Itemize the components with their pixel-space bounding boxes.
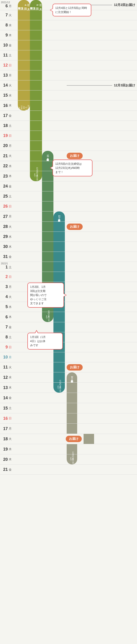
row-jan16: 16日 [0,414,137,424]
row-dec11: 11土 [0,50,137,60]
row-jan15: 15土 [0,403,137,414]
row-dec15: 15水 [0,90,137,100]
row-dec29: 29水 [0,232,137,242]
row-dec10: 10金 [0,40,137,50]
row-dec17: 17金 [0,111,137,121]
jan28-delivery-badge: お届け [67,224,83,230]
dec4-col-label: 12月4回注文期間 [18,4,30,6]
content-dec6: 12月2回お届け [65,0,137,10]
date-num: 7 [1,13,8,18]
row-jan20: 20木 1/20(木)AM2:00まで [0,454,137,465]
calendar-container: 2021/12 6 月 12月4回注文期間 12月5回注文期間 [0,0,137,475]
dec2-delivery-label: 12月2回お届け [114,3,135,7]
row-jan12: 12水 1月4回注文期間 [0,372,137,382]
row-jan18: 18火 お届け [0,434,137,444]
row-jan2: 2日 [0,272,137,282]
row-jan3: 3月 [0,282,137,292]
day-dec6: 月 [9,4,12,8]
col-jan3-header [53,0,65,10]
dec3-delivery-label: 12月3回お届け [114,84,135,88]
date-dec6: 6 [1,4,8,8]
row-dec25: 25土 [0,192,137,202]
jan21-delivery-badge: お届け [67,153,83,159]
row-jan19: 19水 [0,444,137,454]
col-dec4-header: 12月4回注文期間 [18,0,30,10]
row-jan11: 11火 お届け [0,362,137,372]
row-dec31: 31金 [0,252,137,262]
jan110-delivery-badge: お届け [67,364,83,370]
dec4-cutoff-label: 12/16(木)AM2:00まで [18,105,30,110]
row-jan1: 2022/1 1土 [0,262,137,272]
calendar-table: 2021/12 6 月 12月4回注文期間 12月5回注文期間 [0,0,137,475]
row-dec7: 7火 [0,10,137,20]
row-dec27: 27月 1月3回注文期間 [0,212,137,222]
row-dec20: 20月 [0,141,137,151]
row-jan5: 5水 [0,302,137,312]
row-dec18: 18土 [0,121,137,131]
col-jan2-header [42,0,53,10]
jan3-cutoff-label: 1/13(木)AM2:00まで [57,380,61,392]
row-jan10: 10月 [0,352,137,362]
year-month-label-2022: 2022/1 [1,262,17,265]
row-dec9: 9木 [0,30,137,40]
year-month-label-2021: 2021/12 [1,1,17,4]
row-jan21: 21金 [0,465,137,475]
row-jan6: 6木 1/6(木)AM2:00まで [0,312,137,322]
row-dec13: 13月 [0,70,137,80]
row-dec8: 8水 [0,20,137,30]
row-jan14: 14金 [0,393,137,403]
jan2-cutoff-label: 1/6(木)AM2:00まで [45,310,50,322]
row-jan7: 7金 [0,322,137,332]
row-dec28: 28火 お届け [0,222,137,232]
dec5-cutoff-label: 12/23(木)AM2:00まで [34,167,38,181]
jan4-cutoff-label: 1/20(木)AM2:00まで [70,452,74,464]
row-dec19: 19日 [0,131,137,141]
row-jan9: 9日 [0,342,137,352]
row-jan17: 17月 [0,424,137,434]
row-dec22: 22水 [0,161,137,171]
row-dec21: 21火 1月2回注文期間 お届け [0,151,137,161]
row-dec30: 30木 [0,242,137,252]
row-jan4: 4火 [0,292,137,302]
row-dec12: 12日 [0,60,137,70]
row-dec26: 26日 [0,202,137,212]
dec5-col-label: 12月5回注文期間 [30,4,42,6]
row-jan13: 13木 1/13(木)AM2:00まで [0,382,137,393]
col-dec5-header: 12月5回注文期間 [30,0,42,10]
jan118-delivery-badge: お届け [66,436,82,442]
row-dec23: 23木 12/23(木)AM2:00まで [0,171,137,182]
header-row-1: 2021/12 6 月 12月4回注文期間 12月5回注文期間 [0,0,137,10]
row-dec14: 14火 12月3回お届け [0,80,137,90]
row-jan8: 8土 [0,332,137,342]
row-dec16: 16木 12/16(木)AM2:00まで [0,100,137,111]
row-dec24: 24金 [0,182,137,192]
